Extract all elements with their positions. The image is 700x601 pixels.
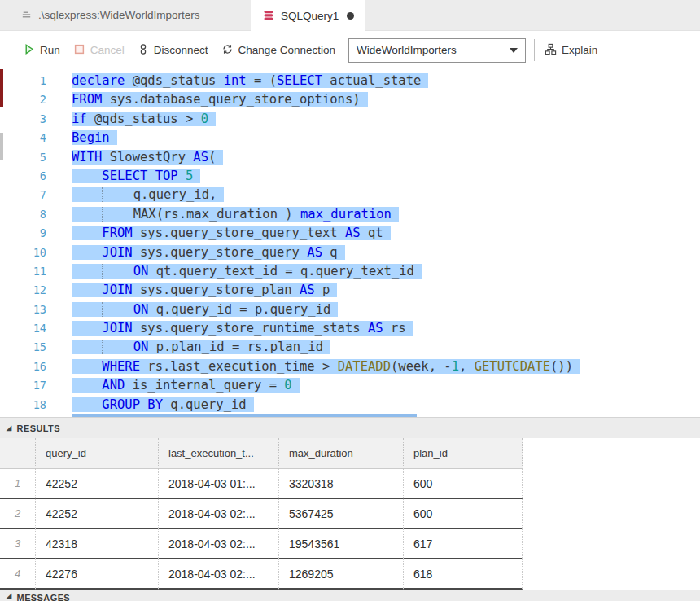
results-twistie-icon: ◢ <box>7 425 12 432</box>
results-panel-header[interactable]: ◢ RESULTS <box>0 417 700 438</box>
toolbar-divider <box>534 39 535 61</box>
chevron-down-icon <box>510 48 518 53</box>
disconnect-icon <box>138 43 149 58</box>
table-cell[interactable]: 2018-04-03 02:... <box>159 499 279 529</box>
line-number: 1 <box>0 72 46 90</box>
table-cell[interactable]: 2018-04-03 02:... <box>159 559 279 590</box>
code-line-2: 2FROM sys.database_query_store_options) <box>0 90 700 109</box>
line-number: 8 <box>0 205 46 224</box>
table-row[interactable]: 3423182018-04-03 02:...19543561617 <box>0 529 523 559</box>
results-label: RESULTS <box>17 423 60 433</box>
results-grid-container: query_idlast_execution_t...max_durationp… <box>0 438 700 590</box>
line-number: 4 <box>0 129 46 147</box>
line-number: 6 <box>0 167 46 186</box>
line-number: 13 <box>0 300 46 319</box>
column-header[interactable]: last_execution_t... <box>159 438 279 469</box>
explain-label: Explain <box>562 44 597 56</box>
explain-button[interactable]: Explain <box>545 43 597 58</box>
table-cell[interactable]: 2018-04-03 01:... <box>159 469 279 499</box>
cancel-label: Cancel <box>90 44 125 56</box>
selection-sliver <box>72 414 417 417</box>
messages-label: MESSAGES <box>17 593 71 601</box>
tab-label: .\sqlexpress:WideWorldImporters <box>38 9 200 21</box>
line-number: 18 <box>0 396 46 415</box>
disconnect-button[interactable]: Disconnect <box>138 43 208 58</box>
table-cell[interactable]: 1269205 <box>279 559 404 590</box>
line-number: 7 <box>0 186 46 204</box>
table-cell[interactable]: 42252 <box>36 469 159 499</box>
table-cell[interactable]: 42276 <box>36 559 159 590</box>
table-cell[interactable]: 5367425 <box>279 499 404 529</box>
tab-label: SQLQuery1 <box>281 10 339 22</box>
query-toolbar: Run Cancel Disconnect Change Connection <box>0 31 700 69</box>
run-button[interactable]: Run <box>23 43 60 58</box>
line-number: 14 <box>0 319 46 338</box>
code-line-5: 5WITH SlowestQry AS( <box>0 148 700 167</box>
table-cell[interactable]: 2018-04-03 02:... <box>159 529 279 559</box>
change-connection-label: Change Connection <box>238 44 335 56</box>
column-header[interactable]: max_duration <box>279 438 404 469</box>
table-cell[interactable]: 600 <box>404 469 523 499</box>
row-number-cell[interactable]: 3 <box>0 529 36 559</box>
code-line-18: 18 GROUP BY q.query_id <box>0 396 700 415</box>
line-number: 9 <box>0 224 46 243</box>
table-cell[interactable]: 42252 <box>36 499 159 529</box>
editor-tab-bar: .\sqlexpress:WideWorldImporters SQLQuery… <box>0 0 700 31</box>
dirty-indicator-icon[interactable] <box>347 12 354 20</box>
app-window: .\sqlexpress:WideWorldImporters SQLQuery… <box>0 0 700 601</box>
row-number-cell[interactable]: 1 <box>0 469 36 499</box>
code-line-16: 16 WHERE rs.last_execution_time > DATEAD… <box>0 358 700 376</box>
messages-twistie-icon: ◢ <box>7 593 12 599</box>
change-connection-button[interactable]: Change Connection <box>221 43 335 58</box>
line-number: 10 <box>0 243 46 262</box>
tab-server-connection[interactable]: .\sqlexpress:WideWorldImporters <box>0 0 251 30</box>
code-line-9: 9 FROM sys.query_store_query_text AS qt <box>0 224 700 243</box>
code-line-8: 8 MAX(rs.max_duration ) max_duration <box>0 205 700 224</box>
cancel-button[interactable]: Cancel <box>73 43 125 58</box>
table-row[interactable]: 2422522018-04-03 02:...5367425600 <box>0 499 523 529</box>
line-number: 3 <box>0 110 46 129</box>
table-row[interactable]: 1422522018-04-03 01:...3320318600 <box>0 469 523 499</box>
messages-panel-header[interactable]: ◢ MESSAGES <box>0 590 700 601</box>
database-dropdown[interactable]: WideWorldImporters <box>348 38 526 63</box>
code-line-1: 1declare @qds_status int = (SELECT actua… <box>0 72 700 90</box>
run-label: Run <box>40 44 60 56</box>
column-header[interactable]: query_id <box>36 438 159 469</box>
code-line-15: 15 ON p.plan_id = rs.plan_id <box>0 338 700 357</box>
results-grid: query_idlast_execution_t...max_durationp… <box>0 438 523 590</box>
tab-sqlquery1[interactable]: SQLQuery1 <box>251 0 365 31</box>
cancel-icon <box>73 43 85 58</box>
table-row[interactable]: 4422762018-04-03 02:...1269205618 <box>0 559 523 590</box>
line-number: 5 <box>0 148 46 167</box>
code-line-6: 6 SELECT TOP 5 <box>0 167 700 186</box>
table-cell[interactable]: 600 <box>404 499 523 529</box>
run-icon <box>23 43 35 58</box>
line-number: 2 <box>0 90 46 109</box>
table-cell[interactable]: 618 <box>404 559 523 590</box>
code-line-7: 7 q.query_id, <box>0 186 700 204</box>
line-number: 11 <box>0 262 46 281</box>
line-number: 15 <box>0 338 46 357</box>
table-cell[interactable]: 19543561 <box>279 529 404 559</box>
line-number: 17 <box>0 376 46 395</box>
code-area: 1declare @qds_status int = (SELECT actua… <box>0 72 700 415</box>
disconnect-label: Disconnect <box>154 44 208 56</box>
table-cell[interactable]: 3320318 <box>279 469 404 499</box>
row-number-cell[interactable]: 2 <box>0 499 36 529</box>
row-number-cell[interactable]: 4 <box>0 559 36 590</box>
table-cell[interactable]: 617 <box>404 529 523 559</box>
code-line-17: 17 AND is_internal_query = 0 <box>0 376 700 395</box>
server-list-icon <box>20 9 33 21</box>
code-line-14: 14 JOIN sys.query_store_runtime_stats AS… <box>0 319 700 338</box>
table-cell[interactable]: 42318 <box>36 529 159 559</box>
column-header[interactable]: plan_id <box>404 438 523 469</box>
database-dropdown-value: WideWorldImporters <box>357 44 510 56</box>
code-line-12: 12 JOIN sys.query_store_plan AS p <box>0 281 700 300</box>
code-line-11: 11 ON qt.query_text_id = q.query_text_id <box>0 262 700 281</box>
code-line-3: 3if @qds_status > 0 <box>0 110 700 129</box>
line-number: 12 <box>0 281 46 300</box>
sql-editor[interactable]: 1declare @qds_status int = (SELECT actua… <box>0 69 700 417</box>
code-line-13: 13 ON q.query_id = p.query_id <box>0 300 700 319</box>
explain-icon <box>545 43 557 58</box>
row-number-header[interactable] <box>0 438 36 469</box>
